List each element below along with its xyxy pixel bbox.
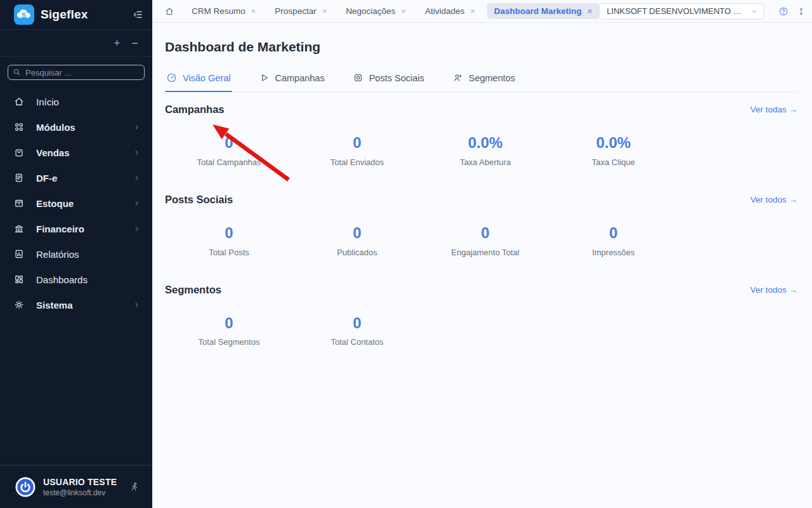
section-head: Posts SociaisVer todos → — [165, 194, 797, 206]
stat-impressoes: 0Impressões — [549, 224, 678, 257]
section-head: SegmentosVer todos → — [165, 284, 797, 296]
topbar-tabs: CRM Resumo×Prospectar×Negociações×Ativid… — [185, 3, 599, 19]
social-post-icon — [353, 72, 363, 83]
topbar-tab-label: Dashboard Marketing — [494, 6, 582, 16]
send-icon — [259, 72, 270, 83]
bank-icon — [13, 223, 25, 235]
stat-value: 0 — [165, 224, 293, 243]
stat-value: 0 — [293, 314, 421, 333]
see-all-link[interactable]: Ver todos → — [750, 285, 797, 295]
main-content: Dashboard de Marketing Visão GeralCampan… — [152, 23, 812, 508]
sidebar-item-label: Dashboards — [36, 274, 88, 285]
topbar-tab-dashboard-marketing[interactable]: Dashboard Marketing× — [487, 3, 599, 19]
close-icon[interactable]: × — [251, 7, 256, 15]
sidebar-item-label: Sistema — [36, 300, 73, 311]
section-campanhas: CampanhasVer todas →0Total Campanhas0Tot… — [165, 104, 797, 167]
topbar-icons — [778, 6, 812, 17]
tab-visao-geral[interactable]: Visão Geral — [165, 68, 232, 91]
topbar-tab-atividades[interactable]: Atividades× — [418, 3, 482, 19]
tab-label: Posts Sociais — [369, 73, 424, 83]
sidebar-collapse-icon[interactable] — [132, 9, 143, 20]
topbar-tab-prospectar[interactable]: Prospectar× — [268, 3, 334, 19]
tab-segmentos[interactable]: Segmentos — [451, 68, 516, 91]
sidebar-item-inicio[interactable]: Início — [0, 89, 152, 114]
topbar-tab-label: Negociações — [346, 6, 395, 16]
chevron-right-icon — [133, 199, 141, 208]
sidebar-actions: + − — [0, 30, 152, 57]
company-select[interactable]: LINKSOFT DESENVOLVIMENTO DE ... — [599, 3, 764, 20]
document-icon — [13, 172, 25, 184]
user-email: teste@linksoft.dev — [43, 488, 117, 497]
tab-label: Segmentos — [469, 73, 515, 83]
chevron-right-icon — [133, 123, 141, 131]
sidebar-item-label: Relatórios — [36, 249, 79, 260]
stat-label: Total Posts — [165, 248, 293, 257]
arrows-vertical-icon[interactable] — [796, 6, 806, 17]
stats-grid: 0Total Segmentos0Total Contatos — [165, 314, 797, 347]
see-all-link[interactable]: Ver todas → — [750, 105, 797, 114]
users-icon — [452, 72, 463, 83]
sidebar-item-modulos[interactable]: Módulos — [0, 114, 152, 140]
stat-label: Publicados — [293, 248, 421, 257]
sections: CampanhasVer todas →0Total Campanhas0Tot… — [165, 104, 797, 347]
sidebar-item-df-e[interactable]: DF-e — [0, 165, 152, 190]
topbar-tab-crm-resumo[interactable]: CRM Resumo× — [185, 3, 263, 19]
stat-publicados: 0Publicados — [293, 224, 421, 257]
topbar-tab-negociacoes[interactable]: Negociações× — [339, 3, 413, 19]
stat-taxa-abertura: 0.0%Taxa Abertura — [421, 134, 549, 167]
tab-posts-sociais[interactable]: Posts Sociais — [351, 68, 426, 91]
see-all-link[interactable]: Ver todos → — [750, 195, 797, 204]
close-icon[interactable]: × — [587, 7, 593, 15]
report-icon — [13, 248, 25, 260]
topbar-right: LINKSOFT DESENVOLVIMENTO DE ... — [599, 3, 812, 20]
sidebar-item-vendas[interactable]: Vendas — [0, 140, 152, 165]
section-posts-sociais: Posts SociaisVer todos →0Total Posts0Pub… — [165, 194, 797, 257]
home-icon[interactable] — [164, 6, 174, 17]
sidebar-item-sistema[interactable]: Sistema — [0, 292, 152, 318]
topbar: CRM Resumo×Prospectar×Negociações×Ativid… — [152, 0, 812, 23]
search-icon — [13, 68, 21, 76]
close-icon[interactable]: × — [401, 7, 406, 15]
sigeflex-logo-icon: S — [14, 4, 34, 25]
logout-icon[interactable] — [129, 481, 140, 492]
stat-total-campanhas: 0Total Campanhas — [165, 134, 293, 167]
section-segmentos: SegmentosVer todos →0Total Segmentos0Tot… — [165, 284, 797, 347]
stat-value: 0.0% — [421, 134, 549, 152]
stat-label: Total Campanhas — [165, 157, 293, 167]
stat-value: 0 — [293, 224, 421, 243]
sidebar-nav: InícioMódulosVendasDF-eEstoqueFinanceiro… — [0, 83, 152, 465]
stat-engajamento-total: 0Engajamento Total — [421, 224, 549, 257]
sidebar-item-financeiro[interactable]: Financeiro — [0, 216, 152, 241]
close-icon[interactable]: × — [322, 7, 327, 15]
sidebar-header: S Sigeflex — [0, 0, 152, 30]
stat-total-contatos: 0Total Contatos — [293, 314, 421, 347]
sidebar-item-relatorios[interactable]: Relatórios — [0, 241, 152, 267]
sidebar-item-label: DF-e — [36, 173, 57, 184]
sidebar: S Sigeflex + − InícioMódulosVendasDF-eEs… — [0, 0, 152, 508]
user-name: USUARIO TESTE — [43, 477, 117, 487]
collapse-all-button[interactable]: − — [130, 37, 140, 49]
sidebar-item-dashboards[interactable]: Dashboards — [0, 267, 152, 292]
stats-grid: 0Total Posts0Publicados0Engajamento Tota… — [165, 224, 797, 257]
close-icon[interactable]: × — [470, 7, 475, 15]
sidebar-item-label: Vendas — [36, 147, 70, 158]
stat-label: Total Contatos — [293, 337, 421, 347]
inventory-icon — [13, 197, 25, 210]
dashboard-icon — [13, 274, 25, 286]
user-avatar — [15, 477, 36, 497]
company-select-value: LINKSOFT DESENVOLVIMENTO DE ... — [606, 6, 747, 16]
tab-label: Visão Geral — [183, 73, 231, 83]
topbar-tab-label: Prospectar — [275, 6, 316, 16]
sidebar-item-label: Início — [36, 97, 59, 107]
svg-text:S: S — [22, 11, 26, 19]
home-icon — [13, 96, 25, 108]
sidebar-search-input[interactable] — [8, 65, 145, 80]
expand-all-button[interactable]: + — [112, 37, 122, 49]
section-title: Posts Sociais — [165, 194, 233, 206]
tab-campanhas[interactable]: Campanhas — [258, 68, 326, 91]
section-title: Segmentos — [165, 284, 221, 296]
help-icon[interactable] — [778, 6, 789, 17]
sidebar-item-estoque[interactable]: Estoque — [0, 190, 152, 216]
stat-total-posts: 0Total Posts — [165, 224, 293, 257]
stat-value: 0 — [165, 134, 293, 152]
